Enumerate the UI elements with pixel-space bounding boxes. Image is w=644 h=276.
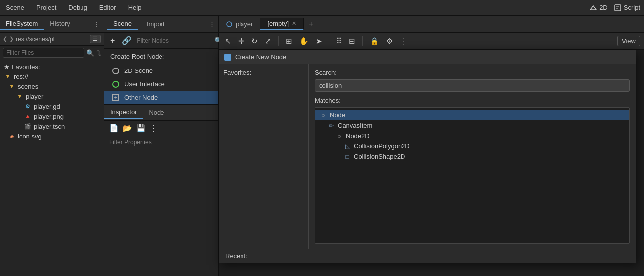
match-node2d[interactable]: ○ Node2D <box>315 131 629 141</box>
save-scene-icon[interactable]: 💾 <box>136 124 146 133</box>
arrow-tool-icon[interactable]: ➤ <box>314 36 324 47</box>
scale-tool-icon[interactable]: ⤢ <box>263 36 273 47</box>
tree-item-label: player.tscn <box>34 123 65 130</box>
svg-rect-0 <box>615 5 621 11</box>
folder-icon: ▼ <box>8 82 16 90</box>
filter-nodes-input[interactable] <box>137 37 211 44</box>
add-tab-btn[interactable]: + <box>304 18 318 31</box>
list-item[interactable]: ⚙ player.gd <box>0 101 104 111</box>
hand-tool-icon[interactable]: ✋ <box>297 36 311 47</box>
menu-scene[interactable]: Scene <box>4 3 26 12</box>
scene-panel-dots[interactable]: ⋮ <box>209 20 215 28</box>
menu-bar-left: Scene Project Debug Editor Help <box>4 3 143 12</box>
script-icon <box>614 4 622 12</box>
tree-item-label: player.png <box>34 113 64 120</box>
list-item[interactable]: ▼ res:// <box>0 71 104 81</box>
tab-history[interactable]: History <box>44 18 76 30</box>
other-node-btn[interactable]: + Other Node <box>104 91 218 104</box>
tree-item-label: res:// <box>14 73 28 80</box>
move-tool-icon[interactable]: ✛ <box>236 36 246 47</box>
search-label: Search: <box>315 69 630 76</box>
match-label: Node2D <box>346 132 370 139</box>
polygon-icon: ◺ <box>344 143 351 150</box>
toolbar-sep-2 <box>329 36 329 46</box>
rotate-tool-icon[interactable]: ↻ <box>249 36 260 47</box>
dialog-icon <box>224 54 231 61</box>
player-tab-icon <box>226 21 233 28</box>
2d-icon <box>589 4 597 12</box>
user-interface-btn[interactable]: User Interface <box>104 77 218 91</box>
tab-node[interactable]: Node <box>143 107 170 118</box>
grid-icon[interactable]: ⊞ <box>284 36 294 47</box>
list-item[interactable]: ▼ player <box>0 91 104 101</box>
toolbar-sep-1 <box>278 36 279 46</box>
match-node[interactable]: ○ Node <box>315 110 629 120</box>
view-btn[interactable]: View <box>617 36 640 46</box>
btn-2d[interactable]: 2D <box>589 4 608 12</box>
open-script-icon[interactable]: 📂 <box>123 124 132 133</box>
menu-help[interactable]: Help <box>126 3 144 12</box>
lock-icon[interactable]: 🔒 <box>368 36 381 47</box>
sort-icon[interactable]: ⇅ <box>96 49 102 57</box>
node2d-circle-icon: ○ <box>336 133 343 139</box>
snap-icon[interactable]: ⠿ <box>334 36 344 47</box>
list-item[interactable]: 🔺 player.png <box>0 111 104 121</box>
menu-editor[interactable]: Editor <box>97 3 118 12</box>
tree-item-label: icon.svg <box>18 133 42 140</box>
user-interface-label: User Interface <box>124 80 165 88</box>
snap-grid-icon[interactable]: ⊟ <box>347 36 357 47</box>
panel-dots[interactable]: ⋮ <box>89 20 104 28</box>
scene-toolbar: + 🔗 🔍 ⋮ <box>104 33 218 49</box>
menu-debug[interactable]: Debug <box>66 3 89 12</box>
forward-arrow[interactable]: ❯ <box>9 36 14 42</box>
more-tools-icon[interactable]: ⋮ <box>398 36 409 47</box>
more-icon[interactable]: ⋮ <box>150 124 157 133</box>
tab-player[interactable]: player <box>219 18 260 30</box>
match-canvasitem[interactable]: ✏ CanvasItem <box>315 120 629 131</box>
group-icon[interactable]: ⚙ <box>384 36 395 47</box>
menu-project[interactable]: Project <box>34 3 58 12</box>
rect-icon: □ <box>344 153 351 160</box>
node-circle-icon: ○ <box>320 112 327 119</box>
path-menu-btn[interactable]: ☰ <box>90 35 101 43</box>
link-btn[interactable]: 🔗 <box>120 35 134 46</box>
pen-icon: ✏ <box>328 122 335 129</box>
add-node-btn[interactable]: + <box>108 35 117 46</box>
close-tab-icon[interactable]: ✕ <box>292 20 296 27</box>
tab-import[interactable]: Import <box>141 18 171 30</box>
filter-properties: Filter Properties <box>104 136 218 149</box>
match-collisionshape2d[interactable]: □ CollisionShape2D <box>315 151 629 162</box>
tab-inspector[interactable]: Inspector <box>104 106 143 119</box>
2d-scene-label: 2D Scene <box>124 67 153 74</box>
2d-scene-btn[interactable]: 2D Scene <box>104 64 218 77</box>
tab-scene[interactable]: Scene <box>107 18 138 30</box>
match-collisionpolygon2d[interactable]: ◺ CollisionPolygon2D <box>315 141 629 151</box>
filter-bar: 🔍 ⇅ <box>0 46 104 60</box>
dialog-search-area: Search: Matches: ○ Node <box>309 64 636 249</box>
circle-icon <box>112 68 119 74</box>
filter-files-input[interactable] <box>3 48 84 58</box>
search-input[interactable] <box>315 79 630 92</box>
middle-panel: Scene Import ⋮ + 🔗 🔍 ⋮ Create Root Node:… <box>104 16 219 276</box>
tree-item-label: scenes <box>18 83 38 90</box>
player-tab-label: player <box>236 20 253 28</box>
new-script-icon[interactable]: 📄 <box>109 124 119 133</box>
select-tool-icon[interactable]: ↖ <box>223 36 233 47</box>
left-panel: FileSystem History ⋮ ❮ ❯ res://scenes/pl… <box>0 16 104 276</box>
dialog-title: Create New Node <box>235 53 286 61</box>
search-icon[interactable]: 🔍 <box>86 49 94 57</box>
list-item[interactable]: 🎬 player.tscn <box>0 121 104 131</box>
scene-panel-tabs: Scene Import ⋮ <box>104 16 218 33</box>
tab-filesystem[interactable]: FileSystem <box>0 18 44 30</box>
tab-empty[interactable]: [empty] ✕ <box>260 18 304 30</box>
btn-script[interactable]: Script <box>614 4 640 12</box>
list-item[interactable]: ◈ icon.svg <box>0 131 104 141</box>
dialog-overlay: Create New Node Favorites: Search: Match… <box>219 50 644 276</box>
folder-icon: ▼ <box>16 92 24 100</box>
list-item[interactable]: ▼ scenes <box>0 81 104 91</box>
back-arrow[interactable]: ❮ <box>3 36 7 42</box>
empty-tab-label: [empty] <box>267 20 289 27</box>
right-panel: player [empty] ✕ + ↖ ✛ ↻ ⤢ ⊞ ✋ ➤ ⠿ ⊟ 🔒 ⚙… <box>219 16 644 276</box>
match-label: Node <box>330 111 345 119</box>
create-node-dialog: Create New Node Favorites: Search: Match… <box>219 50 636 263</box>
